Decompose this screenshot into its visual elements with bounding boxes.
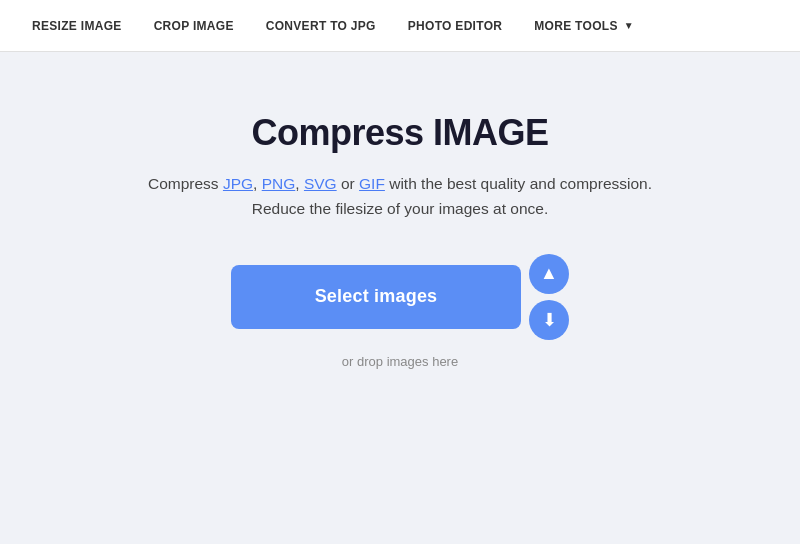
description-prefix: Compress [148,175,223,192]
gif-link[interactable]: GIF [359,175,385,192]
nav-photo-editor[interactable]: PHOTO EDITOR [392,0,519,52]
google-drive-button[interactable]: ▲ [529,254,569,294]
page-title: Compress IMAGE [251,112,548,154]
nav-more-tools[interactable]: MORE TOOLS ▼ [518,0,650,52]
select-images-button[interactable]: Select images [231,265,521,329]
select-area: Select images ▲ ⬇ [231,254,569,340]
svg-link[interactable]: SVG [304,175,337,192]
chevron-down-icon: ▼ [624,20,634,31]
page-description: Compress JPG, PNG, SVG or GIF with the b… [148,172,652,222]
google-drive-icon: ▲ [540,263,558,284]
nav-convert-to-jpg[interactable]: CONVERT TO JPG [250,0,392,52]
description-suffix: with the best quality and compression. [389,175,652,192]
side-icons: ▲ ⬇ [529,254,569,340]
png-link[interactable]: PNG [262,175,296,192]
drop-hint: or drop images here [342,354,458,369]
nav-resize-image[interactable]: RESIZE IMAGE [16,0,138,52]
dropbox-icon: ⬇ [542,309,557,331]
description-line2: Reduce the filesize of your images at on… [252,200,548,217]
navbar: RESIZE IMAGE CROP IMAGE CONVERT TO JPG P… [0,0,800,52]
main-content: Compress IMAGE Compress JPG, PNG, SVG or… [0,52,800,369]
nav-crop-image[interactable]: CROP IMAGE [138,0,250,52]
jpg-link[interactable]: JPG [223,175,253,192]
dropbox-button[interactable]: ⬇ [529,300,569,340]
